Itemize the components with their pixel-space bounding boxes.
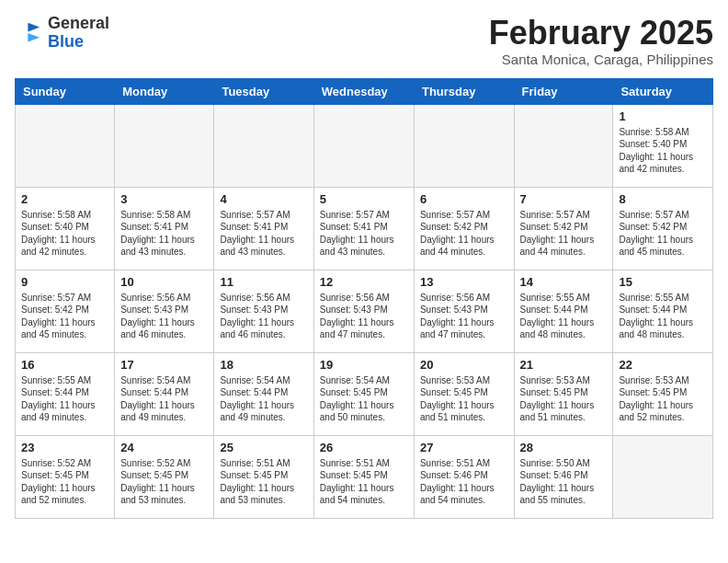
day-info: Sunrise: 5:57 AM Sunset: 5:42 PM Dayligh…: [21, 292, 108, 341]
weekday-header-saturday: Saturday: [613, 78, 713, 104]
calendar-cell: 6Sunrise: 5:57 AM Sunset: 5:42 PM Daylig…: [414, 187, 514, 270]
calendar-cell: [16, 104, 115, 187]
day-info: Sunrise: 5:53 AM Sunset: 5:45 PM Dayligh…: [520, 374, 608, 424]
page-header: General Blue February 2025 Santa Monica,…: [15, 15, 713, 67]
calendar-cell: 17Sunrise: 5:54 AM Sunset: 5:44 PM Dayli…: [115, 352, 214, 435]
day-number: 2: [21, 192, 108, 206]
weekday-header-thursday: Thursday: [414, 78, 514, 104]
day-info: Sunrise: 5:56 AM Sunset: 5:43 PM Dayligh…: [420, 292, 508, 341]
day-number: 18: [220, 358, 307, 372]
calendar-table: SundayMondayTuesdayWednesdayThursdayFrid…: [15, 78, 713, 519]
day-number: 13: [420, 275, 508, 289]
calendar-cell: [214, 104, 313, 187]
weekday-header-sunday: Sunday: [16, 78, 115, 104]
calendar-cell: 2Sunrise: 5:58 AM Sunset: 5:40 PM Daylig…: [16, 187, 115, 270]
logo-blue-text: Blue: [48, 33, 109, 52]
calendar-cell: 4Sunrise: 5:57 AM Sunset: 5:41 PM Daylig…: [214, 187, 313, 270]
logo: General Blue: [15, 15, 109, 52]
week-row-3: 9Sunrise: 5:57 AM Sunset: 5:42 PM Daylig…: [16, 270, 713, 352]
calendar-cell: 27Sunrise: 5:51 AM Sunset: 5:46 PM Dayli…: [414, 435, 514, 518]
day-info: Sunrise: 5:53 AM Sunset: 5:45 PM Dayligh…: [619, 374, 707, 424]
day-number: 15: [619, 275, 707, 289]
weekday-header-row: SundayMondayTuesdayWednesdayThursdayFrid…: [16, 78, 713, 104]
day-number: 22: [619, 358, 707, 372]
day-info: Sunrise: 5:53 AM Sunset: 5:45 PM Dayligh…: [420, 374, 508, 424]
calendar-cell: 12Sunrise: 5:56 AM Sunset: 5:43 PM Dayli…: [313, 270, 414, 352]
day-number: 1: [619, 109, 707, 123]
day-info: Sunrise: 5:58 AM Sunset: 5:40 PM Dayligh…: [21, 209, 108, 259]
day-number: 25: [220, 441, 307, 454]
calendar-cell: 9Sunrise: 5:57 AM Sunset: 5:42 PM Daylig…: [16, 270, 115, 352]
calendar-cell: 1Sunrise: 5:58 AM Sunset: 5:40 PM Daylig…: [613, 104, 713, 187]
day-number: 5: [320, 192, 408, 206]
calendar-cell: 20Sunrise: 5:53 AM Sunset: 5:45 PM Dayli…: [414, 352, 514, 435]
day-info: Sunrise: 5:52 AM Sunset: 5:45 PM Dayligh…: [120, 457, 208, 507]
weekday-header-tuesday: Tuesday: [214, 78, 313, 104]
day-number: 12: [320, 275, 408, 289]
calendar-cell: [613, 435, 713, 518]
calendar-cell: 25Sunrise: 5:51 AM Sunset: 5:45 PM Dayli…: [214, 435, 313, 518]
calendar-cell: 28Sunrise: 5:50 AM Sunset: 5:46 PM Dayli…: [514, 435, 613, 518]
week-row-4: 16Sunrise: 5:55 AM Sunset: 5:44 PM Dayli…: [16, 352, 713, 435]
calendar-cell: 26Sunrise: 5:51 AM Sunset: 5:45 PM Dayli…: [313, 435, 414, 518]
calendar-cell: 15Sunrise: 5:55 AM Sunset: 5:44 PM Dayli…: [613, 270, 713, 352]
calendar-cell: 5Sunrise: 5:57 AM Sunset: 5:41 PM Daylig…: [313, 187, 414, 270]
day-number: 3: [120, 192, 208, 206]
calendar-cell: 14Sunrise: 5:55 AM Sunset: 5:44 PM Dayli…: [514, 270, 613, 352]
day-info: Sunrise: 5:56 AM Sunset: 5:43 PM Dayligh…: [220, 292, 307, 341]
calendar-cell: 11Sunrise: 5:56 AM Sunset: 5:43 PM Dayli…: [214, 270, 313, 352]
week-row-2: 2Sunrise: 5:58 AM Sunset: 5:40 PM Daylig…: [16, 187, 713, 270]
day-info: Sunrise: 5:51 AM Sunset: 5:46 PM Dayligh…: [420, 457, 508, 507]
day-info: Sunrise: 5:54 AM Sunset: 5:44 PM Dayligh…: [220, 374, 307, 424]
day-number: 19: [320, 358, 408, 372]
calendar-cell: [115, 104, 214, 187]
week-row-5: 23Sunrise: 5:52 AM Sunset: 5:45 PM Dayli…: [16, 435, 713, 518]
day-info: Sunrise: 5:57 AM Sunset: 5:41 PM Dayligh…: [320, 209, 408, 259]
day-info: Sunrise: 5:57 AM Sunset: 5:41 PM Dayligh…: [220, 209, 307, 259]
day-number: 14: [520, 275, 608, 289]
calendar-cell: [414, 104, 514, 187]
calendar-cell: 8Sunrise: 5:57 AM Sunset: 5:42 PM Daylig…: [613, 187, 713, 270]
day-number: 10: [120, 275, 208, 289]
day-info: Sunrise: 5:50 AM Sunset: 5:46 PM Dayligh…: [520, 457, 608, 507]
calendar-cell: 16Sunrise: 5:55 AM Sunset: 5:44 PM Dayli…: [16, 352, 115, 435]
logo-icon: [15, 18, 44, 48]
day-info: Sunrise: 5:55 AM Sunset: 5:44 PM Dayligh…: [619, 292, 707, 341]
day-number: 27: [420, 441, 508, 454]
calendar-cell: [313, 104, 414, 187]
day-info: Sunrise: 5:58 AM Sunset: 5:40 PM Dayligh…: [619, 126, 707, 176]
calendar-cell: 18Sunrise: 5:54 AM Sunset: 5:44 PM Dayli…: [214, 352, 313, 435]
day-number: 24: [120, 441, 208, 454]
day-number: 9: [21, 275, 108, 289]
day-number: 4: [220, 192, 307, 206]
calendar-cell: 7Sunrise: 5:57 AM Sunset: 5:42 PM Daylig…: [514, 187, 613, 270]
calendar-cell: 13Sunrise: 5:56 AM Sunset: 5:43 PM Dayli…: [414, 270, 514, 352]
day-number: 21: [520, 358, 608, 372]
day-number: 17: [120, 358, 208, 372]
day-number: 26: [320, 441, 408, 454]
calendar-cell: 10Sunrise: 5:56 AM Sunset: 5:43 PM Dayli…: [115, 270, 214, 352]
logo-text: General Blue: [48, 15, 109, 52]
weekday-header-monday: Monday: [115, 78, 214, 104]
day-info: Sunrise: 5:55 AM Sunset: 5:44 PM Dayligh…: [520, 292, 608, 341]
day-number: 6: [420, 192, 508, 206]
calendar-cell: 3Sunrise: 5:58 AM Sunset: 5:41 PM Daylig…: [115, 187, 214, 270]
calendar-cell: 21Sunrise: 5:53 AM Sunset: 5:45 PM Dayli…: [514, 352, 613, 435]
day-number: 23: [21, 441, 108, 454]
day-info: Sunrise: 5:57 AM Sunset: 5:42 PM Dayligh…: [520, 209, 608, 259]
location-text: Santa Monica, Caraga, Philippines: [489, 52, 713, 67]
day-number: 16: [21, 358, 108, 372]
week-row-1: 1Sunrise: 5:58 AM Sunset: 5:40 PM Daylig…: [16, 104, 713, 187]
day-info: Sunrise: 5:56 AM Sunset: 5:43 PM Dayligh…: [120, 292, 208, 341]
day-info: Sunrise: 5:51 AM Sunset: 5:45 PM Dayligh…: [220, 457, 307, 507]
day-info: Sunrise: 5:58 AM Sunset: 5:41 PM Dayligh…: [120, 209, 208, 259]
day-info: Sunrise: 5:52 AM Sunset: 5:45 PM Dayligh…: [21, 457, 108, 507]
logo-general-text: General: [48, 15, 109, 33]
calendar-cell: 19Sunrise: 5:54 AM Sunset: 5:45 PM Dayli…: [313, 352, 414, 435]
month-title: February 2025: [489, 15, 713, 52]
day-number: 7: [520, 192, 608, 206]
day-number: 20: [420, 358, 508, 372]
svg-rect-0: [15, 18, 44, 48]
calendar-cell: [514, 104, 613, 187]
day-number: 11: [220, 275, 307, 289]
